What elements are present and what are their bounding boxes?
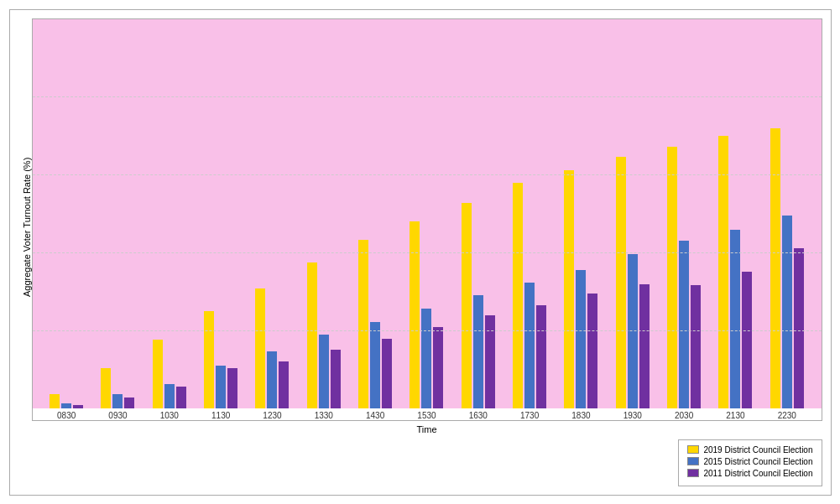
bar-group (349, 19, 400, 408)
bar-2011 (485, 315, 495, 408)
grid-line (33, 96, 822, 97)
bar-2015 (473, 295, 483, 408)
bar-2015 (628, 254, 638, 408)
x-tick-label: 0830 (41, 408, 92, 420)
bar-2015 (319, 335, 329, 408)
bar-2015 (164, 384, 175, 408)
bar-2019 (153, 340, 163, 408)
bar-2015 (782, 216, 792, 408)
bar-group (143, 19, 195, 408)
bar-group (607, 19, 658, 408)
grid-line (33, 252, 822, 253)
bar-2011 (639, 284, 650, 408)
x-tick-label: 1530 (401, 408, 452, 420)
bar-group (298, 19, 349, 408)
x-tick-label: 2130 (710, 408, 761, 420)
legend-color-box (687, 469, 699, 477)
chart-area: Aggregate Voter Turnout Rate (%) 100.008… (18, 18, 822, 436)
bar-group (92, 19, 143, 408)
bars-container (33, 19, 822, 408)
bar-2011 (382, 339, 392, 408)
grid-line (33, 330, 822, 331)
bar-2019 (462, 203, 472, 408)
x-tick-label: 1230 (247, 408, 298, 420)
bar-2011 (536, 305, 546, 408)
bar-group (41, 19, 92, 408)
bar-group (247, 19, 298, 408)
legend-item-2019: 2019 District Council Election (687, 445, 812, 455)
bar-2015 (730, 230, 740, 408)
bar-2019 (410, 221, 420, 408)
plot-area: 100.0080.0060.0040.0020.000.00 (32, 18, 822, 408)
bar-group (195, 19, 246, 408)
bar-2015 (679, 241, 689, 408)
y-axis-label: Aggregate Voter Turnout Rate (%) (18, 18, 32, 436)
bar-2011 (227, 368, 237, 408)
bar-2019 (564, 170, 574, 408)
grid-line (33, 174, 822, 175)
x-axis-title: Time (32, 421, 822, 436)
bar-2011 (279, 361, 289, 408)
bar-2019 (204, 311, 214, 408)
bar-group (503, 19, 555, 408)
x-tick-label: 1130 (195, 408, 246, 420)
bar-group (452, 19, 503, 408)
bar-group (710, 19, 761, 408)
bar-2011 (587, 294, 597, 408)
bar-2011 (794, 248, 804, 408)
x-tick-label: 1830 (556, 408, 607, 420)
bar-2011 (742, 272, 752, 408)
bar-2019 (667, 147, 677, 408)
bar-2019 (513, 183, 523, 408)
bar-2019 (101, 368, 111, 408)
bar-2019 (616, 157, 626, 408)
bar-2015 (112, 394, 123, 408)
legend-label: 2015 District Council Election (703, 457, 812, 466)
bar-2019 (718, 136, 728, 408)
x-tick-label: 1030 (143, 408, 195, 420)
x-tick-label: 1730 (503, 408, 555, 420)
bar-2015 (370, 322, 380, 408)
legend-label: 2011 District Council Election (703, 469, 812, 478)
bar-group (761, 19, 812, 408)
x-tick-label: 1930 (607, 408, 658, 420)
legend-item-2015: 2015 District Council Election (687, 457, 812, 466)
x-tick-label: 1430 (349, 408, 400, 420)
bar-2011 (73, 405, 83, 408)
x-tick-label: 1330 (298, 408, 349, 420)
x-tick-label: 2230 (761, 408, 812, 420)
legend-item-2011: 2011 District Council Election (687, 469, 812, 478)
bar-2015 (524, 283, 535, 408)
bar-2019 (255, 288, 265, 408)
bar-2011 (176, 387, 186, 408)
bar-2015 (61, 403, 71, 408)
x-tick-label: 1630 (452, 408, 503, 420)
bar-2019 (770, 128, 780, 408)
bar-2019 (50, 394, 60, 408)
bar-group (401, 19, 452, 408)
bar-2019 (358, 240, 368, 408)
legend: 2019 District Council Election2015 Distr… (678, 439, 822, 486)
bar-2011 (691, 285, 701, 408)
bar-group (658, 19, 709, 408)
chart-inner: 100.0080.0060.0040.0020.000.00 083009301… (32, 18, 822, 436)
bottom-area: 2019 District Council Election2015 Distr… (18, 439, 822, 486)
chart-container: Aggregate Voter Turnout Rate (%) 100.008… (9, 9, 832, 496)
bar-2015 (267, 351, 277, 408)
bar-2011 (124, 397, 134, 408)
x-tick-label: 0930 (92, 408, 143, 420)
bar-2015 (216, 366, 226, 408)
x-tick-label: 2030 (658, 408, 709, 420)
bar-2019 (307, 262, 317, 408)
bar-2011 (433, 327, 443, 408)
bar-2011 (331, 350, 341, 408)
bar-2015 (576, 270, 586, 408)
legend-color-box (687, 445, 699, 454)
bar-group (556, 19, 607, 408)
legend-label: 2019 District Council Election (703, 445, 812, 455)
legend-color-box (687, 457, 699, 465)
bar-2015 (421, 309, 431, 408)
x-axis: 0830093010301130123013301430153016301730… (32, 408, 822, 421)
